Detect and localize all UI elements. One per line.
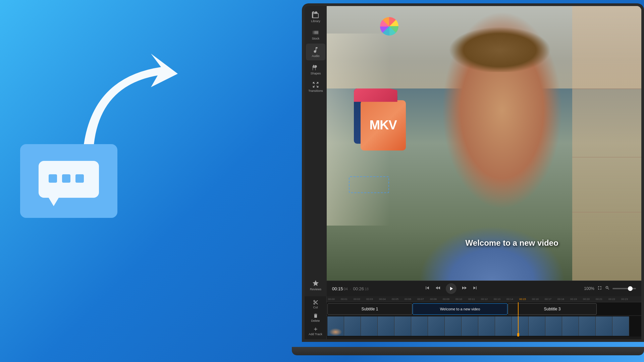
rewind-button[interactable] [435,285,441,292]
sidebar-item-stock[interactable]: Stock [306,26,325,43]
mkv-label: MKV [369,118,396,132]
laptop-container: Library Stock Audio Shapes [292,0,644,362]
delete-icon [313,313,318,318]
play-button[interactable] [446,283,457,294]
sidebar-label-library: Library [311,19,320,23]
sidebar-item-transitions[interactable]: Transitions [306,78,325,95]
zoom-out-button[interactable] [605,286,610,292]
fullscreen-button[interactable] [597,285,602,292]
sidebar-label-transitions: Transitions [308,89,323,93]
laptop-base [292,347,644,355]
delete-button[interactable]: Delete [306,311,325,324]
chat-icon-box [20,144,117,218]
transitions-icon [312,81,319,88]
subtitle-clip-1[interactable]: Subtitle 1 [327,303,412,315]
svg-rect-3 [62,174,70,183]
delete-label: Delete [311,319,320,322]
skip-to-start-button[interactable] [424,285,430,292]
video-preview: MKV Welcome to a new video [327,6,641,281]
sidebar-item-reviews[interactable]: Reviews [306,277,325,294]
sidebar-label-shapes: Shapes [311,72,321,75]
chat-bubble-icon [35,154,102,208]
timeline-section: Cut Delete Add Track [305,296,641,339]
zoom-controls: 100% [584,285,636,292]
timeline-tools: Cut Delete Add Track [305,296,327,339]
total-frames: 18 [365,287,369,291]
subtitle-clip-2-label: Welcome to a new video [440,307,480,311]
sidebar: Library Stock Audio Shapes [305,6,327,296]
subtitle-selection-box [349,176,389,193]
zoom-level: 100% [584,286,594,291]
mkv-file-icon: MKV [349,88,411,159]
add-track-button[interactable]: Add Track [306,324,325,338]
stock-icon [312,29,319,36]
main-content: MKV Welcome to a new video [327,6,641,296]
sidebar-label-audio: Audio [312,54,319,58]
video-subtitle-text: Welcome to a new video [466,238,558,248]
zoom-slider[interactable] [612,288,636,289]
playback-bar: 00:15 04 · 00:26 18 [327,281,641,296]
current-frames: 04 [344,287,348,291]
skip-to-end-button[interactable] [472,285,478,292]
sidebar-item-shapes[interactable]: Shapes [306,61,325,78]
sidebar-label-reviews: Reviews [310,288,321,291]
timeline-ruler: 00:00 00:01 00:02 00:03 00:04 00:05 00:0… [327,296,641,302]
timeline-tracks: 00:00 00:01 00:02 00:03 00:04 00:05 00:0… [327,296,641,339]
cut-label: Cut [313,306,318,309]
total-time: 00:26 [353,286,364,291]
playhead-subtitle [518,302,519,315]
current-time: 00:15 [332,286,343,291]
add-track-label: Add Track [309,333,322,336]
subtitle-clip-2[interactable]: Welcome to a new video [413,303,507,315]
laptop-bezel: Library Stock Audio Shapes [302,3,644,342]
fast-forward-button[interactable] [461,285,467,292]
app-window: Library Stock Audio Shapes [305,6,641,339]
subtitle-clip-1-label: Subtitle 1 [361,307,378,311]
audio-icon [312,46,319,54]
svg-rect-4 [75,174,84,183]
svg-marker-1 [49,198,59,206]
video-thumbnail-track [327,316,641,337]
subtitle-clip-3-label: Subtitle 3 [544,307,560,311]
playhead-marker [517,333,519,337]
cut-button[interactable]: Cut [306,298,325,311]
shapes-icon [312,64,319,71]
subtitle-track: Subtitle 1 Welcome to a new video Subtit… [327,302,641,316]
svg-rect-2 [49,174,57,183]
shelf-right [572,6,641,281]
sidebar-item-audio[interactable]: Audio [306,44,325,60]
sidebar-item-library[interactable]: Library [306,9,325,25]
time-display: 00:15 04 · 00:26 18 [332,286,369,291]
sidebar-label-stock: Stock [312,37,320,40]
add-track-icon [313,326,318,332]
reviews-icon [312,280,319,287]
cut-icon [313,300,318,305]
library-icon [312,11,319,19]
subtitle-clip-3[interactable]: Subtitle 3 [508,303,597,315]
